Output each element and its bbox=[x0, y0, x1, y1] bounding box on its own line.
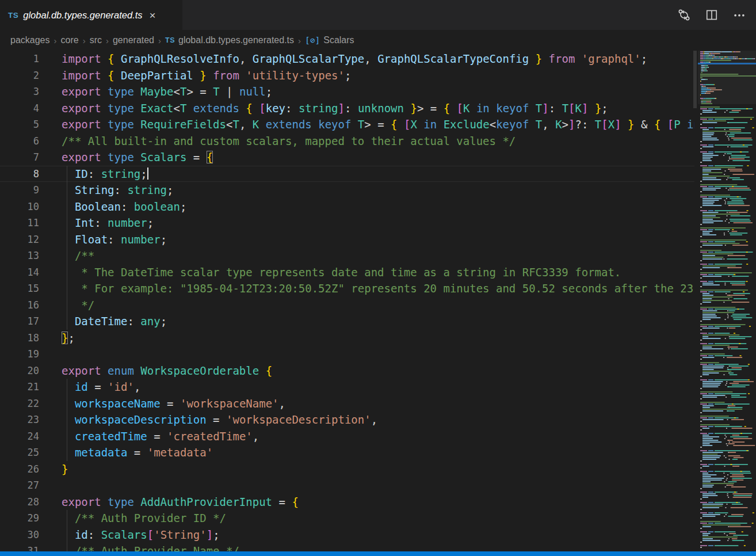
code-text: export enum WorkspaceOrderable { bbox=[62, 363, 272, 379]
line-number: 21 bbox=[0, 379, 39, 395]
breadcrumb-label: Scalars bbox=[323, 35, 354, 45]
line-number: 24 bbox=[0, 428, 39, 445]
line-number: 5 bbox=[0, 116, 39, 133]
line-number: 1 bbox=[0, 51, 39, 67]
split-editor-icon bbox=[705, 9, 718, 21]
code-line-23[interactable]: 23 workspaceDescription = 'workspaceDesc… bbox=[0, 412, 694, 428]
code-text: export type Maybe<T> = T | null; bbox=[62, 83, 272, 100]
code-line-29[interactable]: 29 /** Auth Provider ID */ bbox=[0, 510, 694, 527]
breadcrumb-separator-icon: › bbox=[158, 36, 161, 45]
code-line-5[interactable]: 5export type RequireFields<T, K extends … bbox=[0, 116, 694, 133]
line-number: 23 bbox=[0, 412, 39, 428]
code-text: } bbox=[62, 461, 68, 478]
line-number: 7 bbox=[0, 149, 39, 166]
code-text: String: string; bbox=[62, 182, 174, 199]
line-number: 31 bbox=[0, 543, 39, 551]
open-changes-button[interactable] bbox=[674, 5, 694, 25]
code-text: /** Auth Provider Name */ bbox=[62, 543, 239, 551]
code-line-15[interactable]: 15 * For example: "1985-04-12T23:20:50.5… bbox=[0, 280, 694, 297]
code-line-26[interactable]: 26} bbox=[0, 461, 694, 478]
code-line-2[interactable]: 2import { DeepPartial } from 'utility-ty… bbox=[0, 67, 694, 84]
code-line-17[interactable]: 17 DateTime: any; bbox=[0, 313, 694, 330]
line-number: 2 bbox=[0, 67, 39, 84]
breadcrumb-label: packages bbox=[10, 35, 50, 45]
breadcrumb-label: global.db.types.generated.ts bbox=[178, 35, 294, 45]
editor-scrollbar[interactable] bbox=[693, 51, 697, 108]
code-line-11[interactable]: 11 Int: number; bbox=[0, 215, 694, 231]
code-line-24[interactable]: 24 createdTime = 'createdTime', bbox=[0, 428, 694, 445]
code-text: workspaceDescription = 'workspaceDescrip… bbox=[62, 412, 377, 428]
code-line-9[interactable]: 9 String: string; bbox=[0, 182, 694, 199]
tab-global-db-types-generated-ts[interactable]: TS global.db.types.generated.ts × bbox=[0, 0, 182, 30]
code-text: Float: number; bbox=[62, 231, 167, 248]
editor-tab-bar: TS global.db.types.generated.ts × bbox=[0, 0, 756, 30]
line-number: 17 bbox=[0, 313, 39, 330]
tab-title: global.db.types.generated.ts bbox=[23, 10, 142, 21]
breadcrumb-item-packages[interactable]: packages bbox=[10, 35, 50, 45]
minimap-canvas bbox=[698, 51, 756, 551]
code-line-10[interactable]: 10 Boolean: boolean; bbox=[0, 199, 694, 215]
code-line-18[interactable]: 18}; bbox=[0, 330, 694, 346]
vscode-window: TS global.db.types.generated.ts × bbox=[0, 0, 756, 556]
code-text: workspaceName = 'workspaceName', bbox=[62, 395, 285, 412]
code-line-28[interactable]: 28export type AddAuthProviderInput = { bbox=[0, 494, 694, 511]
breadcrumb-label: src bbox=[90, 35, 102, 45]
code-editor[interactable]: 1import { GraphQLResolveInfo, GraphQLSca… bbox=[0, 51, 694, 551]
breadcrumb-item-generated[interactable]: generated bbox=[113, 35, 154, 45]
code-line-27[interactable]: 27 bbox=[0, 477, 694, 494]
code-line-6[interactable]: 6/** All built-in and custom scalars, ma… bbox=[0, 133, 694, 150]
code-text: id: Scalars['String']; bbox=[62, 527, 220, 543]
compare-changes-icon bbox=[678, 9, 690, 21]
code-line-12[interactable]: 12 Float: number; bbox=[0, 231, 694, 248]
breadcrumb-item-src[interactable]: src bbox=[90, 35, 102, 45]
code-line-21[interactable]: 21 id = 'id', bbox=[0, 379, 694, 395]
minimap-slider[interactable] bbox=[698, 51, 756, 104]
line-number: 20 bbox=[0, 363, 39, 379]
more-actions-button[interactable] bbox=[730, 5, 749, 25]
split-editor-button[interactable] bbox=[702, 5, 721, 25]
minimap[interactable] bbox=[698, 51, 756, 551]
code-text: /** All built-in and custom scalars, map… bbox=[62, 133, 516, 150]
code-line-16[interactable]: 16 */ bbox=[0, 297, 694, 314]
typescript-file-icon: TS bbox=[165, 36, 175, 44]
line-number: 9 bbox=[0, 182, 39, 199]
code-line-14[interactable]: 14 * The DateTime scalar type represents… bbox=[0, 264, 694, 281]
code-line-3[interactable]: 3export type Maybe<T> = T | null; bbox=[0, 83, 694, 100]
code-line-20[interactable]: 20export enum WorkspaceOrderable { bbox=[0, 363, 694, 379]
code-text: */ bbox=[62, 297, 94, 314]
code-text: ID: string; bbox=[62, 166, 148, 182]
breadcrumb-item-global-db-types-generated-ts[interactable]: TSglobal.db.types.generated.ts bbox=[165, 35, 294, 45]
line-number: 4 bbox=[0, 100, 39, 117]
code-text: * The DateTime scalar type represents da… bbox=[62, 264, 621, 281]
code-line-30[interactable]: 30 id: Scalars['String']; bbox=[0, 527, 694, 543]
code-text: import { GraphQLResolveInfo, GraphQLScal… bbox=[62, 51, 647, 67]
breadcrumb-label: generated bbox=[113, 35, 154, 45]
close-tab-icon[interactable]: × bbox=[150, 10, 156, 21]
code-line-1[interactable]: 1import { GraphQLResolveInfo, GraphQLSca… bbox=[0, 51, 694, 67]
line-number: 27 bbox=[0, 477, 39, 494]
code-text: metadata = 'metadata' bbox=[62, 444, 213, 461]
code-line-22[interactable]: 22 workspaceName = 'workspaceName', bbox=[0, 395, 694, 412]
code-line-31[interactable]: 31 /** Auth Provider Name */ bbox=[0, 543, 694, 551]
code-line-4[interactable]: 4export type Exact<T extends { [key: str… bbox=[0, 100, 694, 117]
text-cursor bbox=[147, 167, 148, 180]
breadcrumb-item-scalars[interactable]: [⊘]Scalars bbox=[305, 35, 354, 45]
code-text: }; bbox=[62, 330, 75, 346]
line-number: 22 bbox=[0, 395, 39, 412]
editor-actions bbox=[674, 0, 756, 30]
line-number: 29 bbox=[0, 510, 39, 527]
line-number: 19 bbox=[0, 346, 39, 363]
code-text: export type Exact<T extends { [key: stri… bbox=[62, 100, 608, 117]
code-text: import { DeepPartial } from 'utility-typ… bbox=[62, 67, 351, 84]
line-number: 6 bbox=[0, 133, 39, 150]
code-line-8[interactable]: 8 ID: string; bbox=[0, 166, 694, 182]
code-line-25[interactable]: 25 metadata = 'metadata' bbox=[0, 444, 694, 461]
breadcrumb-item-core[interactable]: core bbox=[61, 35, 79, 45]
code-line-13[interactable]: 13 /** bbox=[0, 247, 694, 264]
line-number: 25 bbox=[0, 444, 39, 461]
line-number: 3 bbox=[0, 83, 39, 100]
symbol-type-icon: [⊘] bbox=[305, 36, 320, 45]
code-line-19[interactable]: 19 bbox=[0, 346, 694, 363]
code-line-7[interactable]: 7export type Scalars = { bbox=[0, 149, 694, 166]
line-number: 12 bbox=[0, 231, 39, 248]
